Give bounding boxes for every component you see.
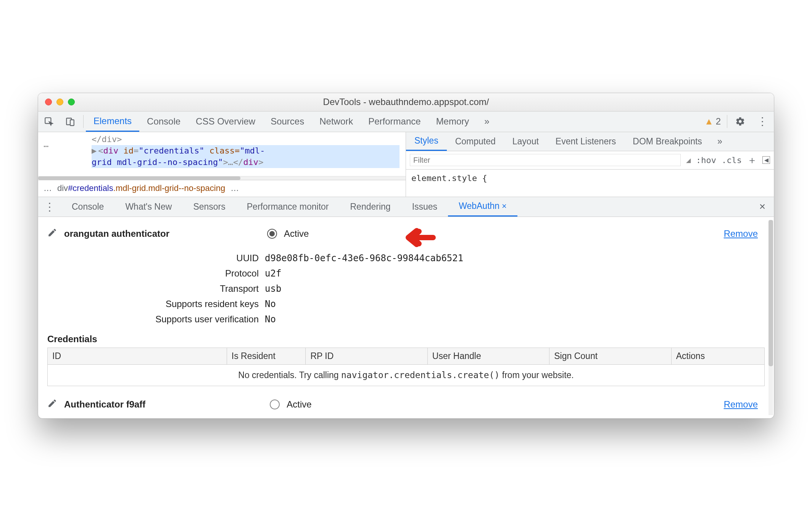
- vertical-scrollbar[interactable]: [768, 220, 773, 415]
- subtab-computed[interactable]: Computed: [447, 132, 504, 151]
- active-label: Active: [284, 228, 309, 239]
- edit-pencil-icon[interactable]: [47, 228, 57, 240]
- tree-collapsed-icon[interactable]: ⋯: [44, 141, 49, 151]
- breadcrumb[interactable]: … div#credentials.mdl-grid.mdl-grid--no-…: [38, 180, 406, 197]
- authenticator-name: Authenticator f9aff: [64, 399, 145, 410]
- subtab-dom-breakpoints[interactable]: DOM Breakpoints: [624, 132, 710, 151]
- resident-keys-value: No: [265, 299, 276, 309]
- active-radio[interactable]: [267, 229, 277, 239]
- active-label: Active: [287, 399, 311, 410]
- new-style-rule-icon[interactable]: ＋: [747, 154, 757, 167]
- protocol-value: u2f: [265, 268, 281, 279]
- drawer-tab-whats-new[interactable]: What's New: [114, 197, 182, 217]
- device-toolbar-icon[interactable]: [62, 113, 79, 130]
- protocol-label: Protocol: [70, 268, 265, 279]
- breadcrumb-node[interactable]: div#credentials.mdl-grid.mdl-grid--no-sp…: [57, 183, 225, 193]
- zoom-window-icon[interactable]: [68, 99, 75, 105]
- main-tabbar: Elements Console CSS Overview Sources Ne…: [38, 112, 774, 132]
- authenticator-row: Authenticator f9aff Active Remove: [47, 395, 765, 414]
- resident-keys-label: Supports resident keys: [70, 299, 265, 309]
- dom-line: [92, 168, 400, 176]
- col-id: ID: [48, 348, 227, 364]
- drawer-tab-console[interactable]: Console: [61, 197, 114, 217]
- tab-memory[interactable]: Memory: [429, 112, 477, 132]
- svg-rect-2: [70, 120, 74, 126]
- subtab-event-listeners[interactable]: Event Listeners: [547, 132, 625, 151]
- uuid-value: d98e08fb-0efc-43e6-968c-99844cab6521: [265, 253, 463, 264]
- breadcrumb-overflow-left[interactable]: …: [44, 183, 52, 193]
- tab-css-overview[interactable]: CSS Overview: [188, 112, 263, 132]
- styles-filter-input[interactable]: [410, 154, 681, 166]
- webauthn-panel: orangutan authenticator Active Remove UU…: [38, 217, 774, 418]
- cls-toggle[interactable]: .cls: [722, 155, 742, 165]
- col-is-resident: Is Resident: [227, 348, 306, 364]
- user-verification-value: No: [265, 314, 276, 325]
- uuid-label: UUID: [70, 253, 265, 264]
- col-actions: Actions: [671, 348, 764, 364]
- drawer-tabbar: ⋮ Console What's New Sensors Performance…: [38, 197, 774, 217]
- drawer-tab-perf-monitor[interactable]: Performance monitor: [236, 197, 340, 217]
- breadcrumb-overflow-right[interactable]: …: [230, 183, 239, 193]
- subtabs-overflow[interactable]: »: [710, 136, 729, 147]
- minimize-window-icon[interactable]: [56, 99, 63, 105]
- transport-label: Transport: [70, 283, 265, 294]
- empty-text-prefix: No credentials. Try calling: [238, 370, 341, 380]
- active-radio[interactable]: [270, 399, 280, 409]
- warning-icon: ▲: [704, 116, 714, 127]
- drawer-tab-sensors[interactable]: Sensors: [182, 197, 236, 217]
- window-controls: [45, 99, 75, 105]
- dom-line: </div>: [92, 134, 400, 145]
- drawer-tab-issues[interactable]: Issues: [401, 197, 448, 217]
- styles-subtabs: Styles Computed Layout Event Listeners D…: [406, 132, 774, 151]
- horizontal-scrollbar[interactable]: [38, 176, 406, 180]
- drawer-tab-webauthn[interactable]: WebAuthn ×: [448, 197, 517, 217]
- tab-sources[interactable]: Sources: [263, 112, 312, 132]
- empty-text-suffix: from your website.: [499, 370, 574, 380]
- empty-text-code: navigator.credentials.create(): [341, 370, 499, 380]
- tab-network[interactable]: Network: [312, 112, 361, 132]
- styles-filterbar: ◢ :hov .cls ＋ ◂: [406, 151, 774, 170]
- hov-toggle[interactable]: :hov: [696, 155, 716, 165]
- elements-tree-pane: ⋯ </div> ▶<div id="credentials" class="m…: [38, 132, 406, 197]
- warning-count: 2: [716, 116, 721, 127]
- close-window-icon[interactable]: [45, 99, 52, 105]
- dom-line-selected[interactable]: ▶<div id="credentials" class="mdl-: [92, 145, 400, 157]
- credentials-heading: Credentials: [47, 334, 765, 344]
- settings-gear-icon[interactable]: [732, 113, 749, 130]
- tab-performance[interactable]: Performance: [361, 112, 428, 132]
- toggle-sidebar-icon[interactable]: ◂: [762, 156, 770, 164]
- close-tab-icon[interactable]: ×: [502, 201, 507, 211]
- window-title: DevTools - webauthndemo.appspot.com/: [323, 97, 489, 107]
- credentials-empty-row: No credentials. Try calling navigator.cr…: [48, 364, 765, 386]
- titlebar: DevTools - webauthndemo.appspot.com/: [38, 93, 774, 112]
- transport-value: usb: [265, 283, 281, 294]
- annotation-arrow-icon: [401, 226, 439, 251]
- element-style-rule: element.style {: [411, 173, 487, 183]
- tabs-overflow[interactable]: »: [477, 112, 497, 132]
- tab-elements[interactable]: Elements: [86, 112, 139, 132]
- remove-link[interactable]: Remove: [724, 399, 758, 410]
- dom-line-selected-wrap[interactable]: grid mdl-grid--no-spacing">…</div>: [92, 157, 400, 168]
- credentials-table: ID Is Resident RP ID User Handle Sign Co…: [47, 348, 765, 386]
- filter-resize-icon[interactable]: ◢: [686, 157, 691, 164]
- warnings-badge[interactable]: ▲ 2: [704, 116, 721, 127]
- drawer-tab-webauthn-label: WebAuthn: [459, 201, 499, 211]
- drawer-menu-icon[interactable]: ⋮: [38, 201, 61, 213]
- user-verification-label: Supports user verification: [70, 314, 265, 325]
- dom-tree[interactable]: ⋯ </div> ▶<div id="credentials" class="m…: [38, 132, 406, 176]
- col-rp-id: RP ID: [306, 348, 427, 364]
- drawer-tab-rendering[interactable]: Rendering: [340, 197, 401, 217]
- authenticator-properties: UUIDd98e08fb-0efc-43e6-968c-99844cab6521…: [70, 251, 765, 327]
- remove-link[interactable]: Remove: [724, 228, 758, 239]
- subtab-layout[interactable]: Layout: [504, 132, 547, 151]
- tab-console[interactable]: Console: [139, 112, 188, 132]
- subtab-styles[interactable]: Styles: [406, 132, 447, 151]
- style-rules[interactable]: element.style {: [406, 170, 774, 197]
- inspect-element-icon[interactable]: [40, 113, 57, 130]
- col-sign-count: Sign Count: [549, 348, 671, 364]
- authenticator-name: orangutan authenticator: [64, 228, 169, 239]
- drawer-close-icon[interactable]: ×: [759, 201, 765, 213]
- devtools-window: DevTools - webauthndemo.appspot.com/ Ele…: [38, 93, 774, 419]
- edit-pencil-icon[interactable]: [47, 398, 57, 411]
- styles-pane: Styles Computed Layout Event Listeners D…: [406, 132, 774, 197]
